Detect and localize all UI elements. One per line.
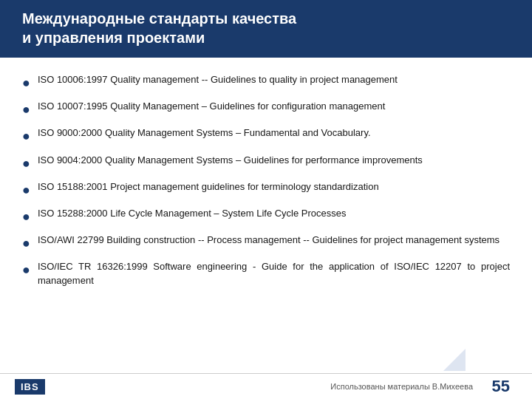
bullet-icon: ● — [22, 74, 30, 92]
bullet-icon: ● — [22, 234, 30, 253]
item-text: ISO 9004:2000 Quality Management Systems… — [38, 154, 510, 168]
list-item: ● ISO/IEC TR 16326:1999 Software enginee… — [22, 256, 510, 292]
slide-title: Международные стандарты качества и управ… — [22, 9, 510, 47]
bullet-icon: ● — [22, 100, 30, 119]
item-text: ISO 15188:2001 Project management guidel… — [38, 180, 510, 194]
list-item: ● ISO 9004:2000 Quality Management Syste… — [22, 150, 510, 177]
item-text: ISO/AWI 22799 Building construction -- P… — [38, 233, 510, 248]
corner-decoration — [443, 349, 466, 371]
list-item: ● ISO 15288:2000 Life Cycle Management –… — [22, 203, 510, 230]
bullet-icon: ● — [22, 261, 30, 279]
list-item: ● ISO 10006:1997 Quality management -- G… — [22, 69, 510, 96]
item-text: ISO 10006:1997 Quality management -- Gui… — [38, 73, 510, 87]
bullet-icon: ● — [22, 208, 30, 226]
item-text: ISO 10007:1995 Quality Management – Guid… — [38, 100, 510, 114]
list-item: ● ISO 15188:2001 Project management guid… — [22, 177, 510, 203]
bullet-icon: ● — [22, 181, 30, 200]
page-number: 55 — [488, 377, 510, 396]
slide-header: Международные стандарты качества и управ… — [0, 0, 532, 58]
bullet-icon: ● — [22, 154, 30, 173]
item-text: ISO 15288:2000 Life Cycle Management – S… — [38, 207, 510, 221]
bullet-icon: ● — [22, 127, 30, 146]
list-item: ● ISO/AWI 22799 Building construction --… — [22, 230, 510, 256]
company-logo: IBS — [15, 379, 45, 395]
item-text: ISO/IEC TR 16326:1999 Software engineeri… — [38, 260, 510, 288]
list-item: ● ISO 10007:1995 Quality Management – Gu… — [22, 96, 510, 123]
list-item: ● ISO 9000:2000 Quality Management Syste… — [22, 123, 510, 149]
source-attribution: Использованы материалы В.Михеева — [60, 382, 473, 391]
content-area: ● ISO 10006:1997 Quality management -- G… — [0, 58, 532, 373]
slide-footer: IBS Использованы материалы В.Михеева 55 — [0, 373, 532, 399]
slide-page: Международные стандарты качества и управ… — [0, 0, 532, 399]
item-text: ISO 9000:2000 Quality Management Systems… — [38, 126, 510, 140]
